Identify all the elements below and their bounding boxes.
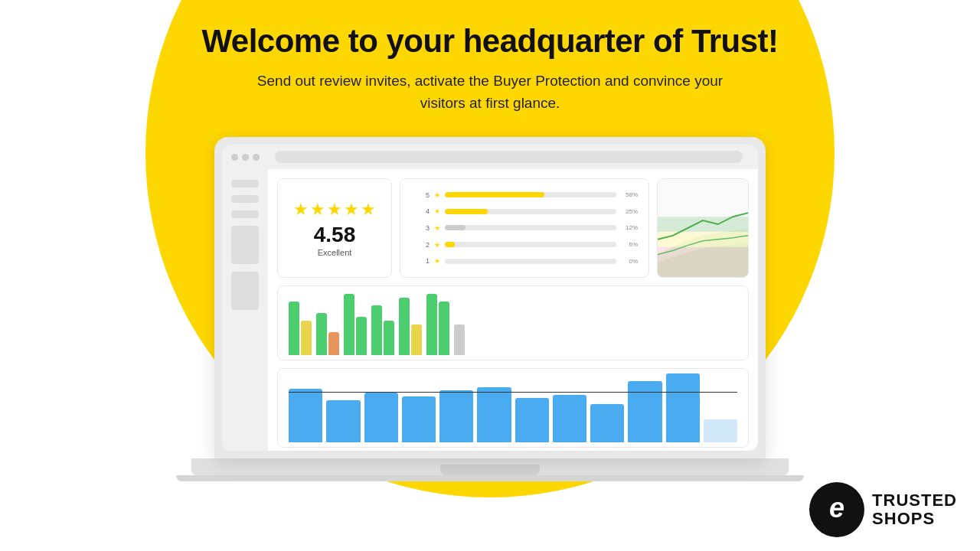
bar-pct-label: 0% <box>621 258 638 265</box>
bar-row-5: 5 ★ 58% <box>411 191 638 199</box>
ts-logo-text: TRUSTED SHOPS <box>872 491 957 528</box>
bar-label: 1 <box>411 257 430 265</box>
sidebar-nav-2 <box>231 195 259 203</box>
grouped-bar-col <box>301 321 312 355</box>
grouped-bar-col <box>426 294 437 355</box>
bottom-bar-11 <box>704 419 737 442</box>
bottom-bar-8 <box>590 404 624 442</box>
ts-logo-circle: e <box>809 482 864 537</box>
blue-bar-chart <box>277 368 749 448</box>
bar-row-3: 3 ★ 12% <box>411 224 638 232</box>
bar-group-2 <box>344 294 367 355</box>
grouped-bar-col <box>344 294 354 355</box>
bar-star-icon: ★ <box>434 257 440 265</box>
grouped-bar-col <box>356 317 367 355</box>
sidebar-nav-4 <box>231 226 259 264</box>
trend-line <box>289 392 737 393</box>
bar-pct-label: 6% <box>621 241 638 248</box>
subheadline: Send out review invites, activate the Bu… <box>253 70 727 114</box>
bar-star-icon: ★ <box>434 207 440 215</box>
area-chart-card <box>657 178 749 278</box>
star-5: ★ <box>361 200 376 220</box>
stars-row: ★ ★ ★ ★ ★ <box>293 200 376 220</box>
grouped-bar-chart <box>277 285 749 360</box>
bottom-bar-9 <box>628 381 662 442</box>
sidebar-nav-3 <box>231 210 259 218</box>
bar-breakdown-card: 5 ★ 58% 4 ★ 25% 3 ★ 12% 2 ★ 6% 1 ★ 0% <box>400 178 649 278</box>
main-content: Welcome to your headquarter of Trust! Se… <box>0 0 980 481</box>
laptop: ★ ★ ★ ★ ★ 4.58 Excellent <box>214 137 766 481</box>
bar-label: 2 <box>411 241 430 249</box>
bar-label: 3 <box>411 224 430 232</box>
bar-pct-label: 25% <box>621 208 638 215</box>
svg-rect-4 <box>658 232 748 247</box>
grouped-bar-col <box>289 302 299 355</box>
bar-fill <box>445 209 488 214</box>
star-1: ★ <box>293 200 309 220</box>
rating-card: ★ ★ ★ ★ ★ 4.58 Excellent <box>277 178 392 278</box>
bar-star-icon: ★ <box>434 191 440 199</box>
bar-track <box>445 209 616 214</box>
laptop-screen: ★ ★ ★ ★ ★ 4.58 Excellent <box>214 137 766 458</box>
star-2: ★ <box>310 200 325 220</box>
ts-logo-letter: e <box>829 492 844 524</box>
rating-score: 4.58 <box>314 224 356 246</box>
bottom-bar-5 <box>477 387 511 442</box>
bottom-bar-10 <box>666 373 700 442</box>
browser-dot-1 <box>231 154 238 161</box>
trusted-shops-logo: e TRUSTED SHOPS <box>809 482 957 537</box>
bar-track <box>445 242 616 247</box>
bottom-bar-6 <box>515 398 549 442</box>
grouped-bar-col <box>399 298 410 355</box>
browser-bar <box>222 145 758 169</box>
top-row: ★ ★ ★ ★ ★ 4.58 Excellent <box>277 178 749 278</box>
browser-dot-2 <box>242 154 249 161</box>
bar-fill <box>445 225 466 230</box>
bottom-bar-1 <box>326 400 360 442</box>
sidebar-nav-1 <box>231 180 259 187</box>
grouped-bar-col <box>328 332 339 355</box>
bar-group-0 <box>289 302 312 355</box>
bar-group-3 <box>371 305 394 355</box>
laptop-foot <box>176 475 804 481</box>
grouped-bar-col <box>371 305 382 355</box>
svg-rect-5 <box>658 217 748 232</box>
grouped-bar-col <box>439 302 449 355</box>
ts-shops-label: SHOPS <box>872 510 957 528</box>
sidebar-nav-5 <box>231 272 259 310</box>
bottom-bar-2 <box>364 393 398 442</box>
laptop-base <box>191 458 789 475</box>
bar-row-2: 2 ★ 6% <box>411 241 638 249</box>
headline: Welcome to your headquarter of Trust! <box>201 23 778 60</box>
bottom-bar-7 <box>553 395 586 442</box>
bar-track <box>445 225 616 230</box>
bar-fill <box>445 192 544 197</box>
sidebar <box>222 169 268 451</box>
laptop-notch <box>440 465 540 475</box>
ts-trusted-label: TRUSTED <box>872 491 957 510</box>
bar-row-4: 4 ★ 25% <box>411 207 638 215</box>
bottom-bar-4 <box>439 390 473 442</box>
bar-star-icon: ★ <box>434 241 440 249</box>
star-3: ★ <box>327 200 342 220</box>
bottom-bar-0 <box>289 389 322 442</box>
bar-label: 5 <box>411 191 430 199</box>
bar-group-4 <box>399 298 422 355</box>
bar-pct-label: 12% <box>621 224 638 231</box>
bar-label: 4 <box>411 207 430 215</box>
bar-pct-label: 58% <box>621 191 638 198</box>
grouped-bar-col <box>316 313 327 355</box>
bar-row-1: 1 ★ 0% <box>411 257 638 265</box>
bar-fill <box>445 242 455 247</box>
grouped-bar-col <box>454 324 465 355</box>
bar-star-icon: ★ <box>434 224 440 232</box>
browser-content: ★ ★ ★ ★ ★ 4.58 Excellent <box>222 169 758 451</box>
browser-controls <box>231 154 260 161</box>
bar-group-1 <box>316 313 339 355</box>
screen-inner: ★ ★ ★ ★ ★ 4.58 Excellent <box>222 145 758 451</box>
bar-group-6 <box>454 324 465 355</box>
grouped-bar-col <box>411 324 422 355</box>
rating-label: Excellent <box>318 248 352 257</box>
bar-group-5 <box>426 294 449 355</box>
dashboard: ★ ★ ★ ★ ★ 4.58 Excellent <box>268 169 758 451</box>
